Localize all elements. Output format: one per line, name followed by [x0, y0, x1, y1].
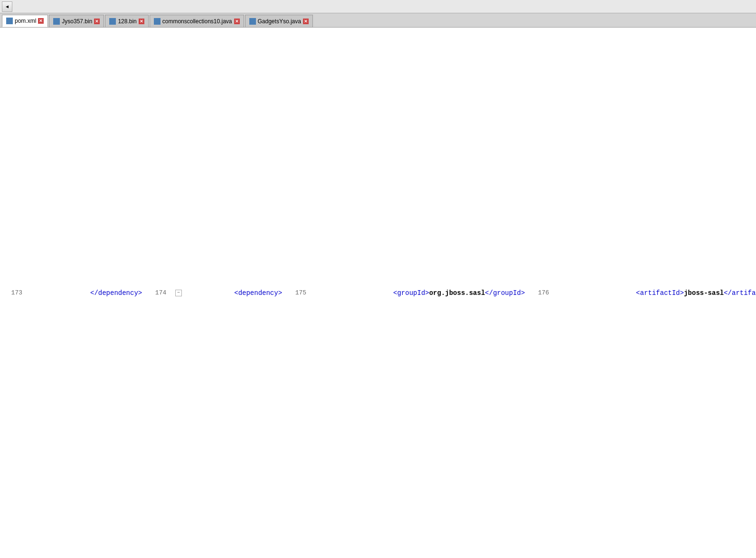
- marker-area-176: [569, 286, 579, 300]
- code-176[interactable]: <artifactId>jboss-sasl</artifactId>: [579, 286, 756, 300]
- tab-label-2: Jyso357.bin: [62, 18, 92, 25]
- line-number-174: 174: [144, 286, 170, 300]
- marker-area-173: [43, 286, 52, 300]
- toolbar: ◀: [0, 0, 756, 13]
- line-175: 175 <groupId>org.jboss.sasl</groupId>: [284, 28, 527, 558]
- line-number-175: 175: [284, 286, 310, 300]
- toolbar-arrow[interactable]: ◀: [2, 1, 12, 12]
- fold-area-173: [26, 286, 43, 300]
- tab-label-4: commonscollections10.java: [162, 18, 232, 25]
- tab-128-bin[interactable]: 128.bin ✕: [105, 15, 148, 27]
- line-number-176: 176: [527, 286, 553, 300]
- tab-file-icon-4: [154, 18, 161, 25]
- fold-area-174[interactable]: −: [170, 286, 187, 300]
- marker-area-175: [327, 286, 336, 300]
- tab-pom-xml[interactable]: pom.xml ✕: [2, 15, 48, 27]
- tab-label-3: 128.bin: [118, 18, 136, 25]
- code-174[interactable]: <dependency>: [196, 286, 284, 300]
- tab-bar: pom.xml ✕ Jyso357.bin ✕ 128.bin ✕ common…: [0, 13, 756, 28]
- tab-label: pom.xml: [15, 18, 36, 24]
- tab-close-icon-2[interactable]: ✕: [94, 19, 100, 24]
- fold-area-175: [310, 286, 327, 300]
- tab-file-icon-3: [109, 18, 116, 25]
- editor-container: 173 </dependency> 174 − <dependency> 175…: [0, 28, 756, 558]
- tab-close-icon-3[interactable]: ✕: [139, 19, 144, 24]
- tab-close-icon[interactable]: ✕: [38, 18, 44, 24]
- line-174: 174 − <dependency>: [144, 28, 284, 558]
- code-175[interactable]: <groupId>org.jboss.sasl</groupId>: [336, 286, 527, 300]
- tab-gadgetsyso[interactable]: GadgetsYso.java ✕: [245, 15, 313, 27]
- tab-commonscollections10[interactable]: commonscollections10.java ✕: [150, 15, 244, 27]
- line-number-173: 173: [0, 286, 26, 300]
- line-173: 173 </dependency>: [0, 28, 144, 558]
- line-176: 176 <artifactId>jboss-sasl</artifactId>: [527, 28, 756, 558]
- tab-close-icon-5[interactable]: ✕: [303, 19, 309, 24]
- tab-label-5: GadgetsYso.java: [258, 18, 301, 25]
- tab-file-icon-2: [53, 18, 60, 25]
- tab-file-icon-5: [249, 18, 256, 25]
- marker-area-174: [187, 286, 196, 300]
- code-173[interactable]: </dependency>: [52, 286, 144, 300]
- tab-close-icon-4[interactable]: ✕: [234, 19, 240, 24]
- fold-area-176: [553, 286, 569, 300]
- tab-file-icon: [6, 18, 13, 24]
- tab-jyso357-bin[interactable]: Jyso357.bin ✕: [49, 15, 104, 27]
